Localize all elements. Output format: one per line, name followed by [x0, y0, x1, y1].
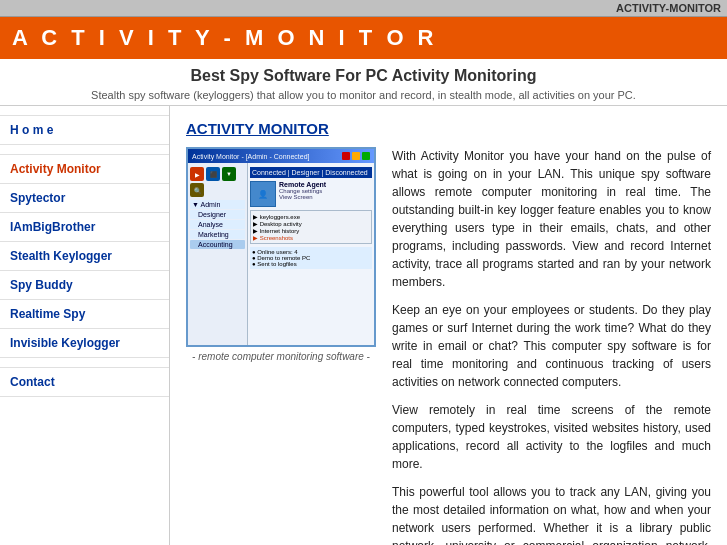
ss-min-icon: [352, 152, 360, 160]
ss-tree-4: Marketing: [190, 230, 245, 239]
ss-tree-1: ▼ Admin: [190, 200, 245, 209]
ss-icon-2: ⬛: [206, 167, 220, 181]
ss-log-area: ▶ keyloggers.exe ▶ Desktop activity ▶ In…: [250, 210, 372, 244]
ss-log-3: ▶ Internet history: [253, 227, 369, 234]
screenshot-titlebar: Activity Monitor - [Admin - Connected]: [188, 149, 374, 163]
ss-icon-4: 🔍: [190, 183, 204, 197]
subtitle-sub: Stealth spy software (keyloggers) that a…: [4, 89, 723, 101]
sidebar-item-realtime-spy[interactable]: Realtime Spy: [0, 300, 169, 329]
desc-paragraph-2: Keep an eye on your employees or student…: [392, 301, 711, 391]
top-bar-label: ACTIVITY-MONITOR: [616, 2, 721, 14]
ss-agent-icon: 👤: [250, 181, 276, 207]
layout: H o m eActivity MonitorSpytectorIAmBigBr…: [0, 106, 727, 545]
sidebar: H o m eActivity MonitorSpytectorIAmBigBr…: [0, 106, 170, 545]
ss-icon-1: ▶: [190, 167, 204, 181]
sidebar-item-home[interactable]: H o m e: [0, 116, 169, 145]
ss-tree-2: Designer: [190, 210, 245, 219]
ss-log-2: ▶ Desktop activity: [253, 220, 369, 227]
sidebar-item-iambigbrother[interactable]: IAmBigBrother: [0, 213, 169, 242]
ss-max-icon: [362, 152, 370, 160]
subtitle-main: Best Spy Software For PC Activity Monito…: [4, 67, 723, 85]
screenshot-box: Activity Monitor - [Admin - Connected] ▶…: [186, 147, 376, 347]
screenshot-container: Activity Monitor - [Admin - Connected] ▶…: [186, 147, 376, 545]
screenshot-left-panel: ▶ ⬛ ▼ 🔍 ▼ Admin Designer Analyse Marketi…: [188, 163, 248, 345]
desc-paragraph-1: With Activity Monitor you have your hand…: [392, 147, 711, 291]
ss-panel-header: Connected | Designer | Disconnected: [250, 167, 372, 178]
screenshot-right-panel: Connected | Designer | Disconnected 👤 Re…: [248, 163, 374, 345]
sidebar-item-contact[interactable]: Contact: [0, 368, 169, 397]
top-bar: ACTIVITY-MONITOR: [0, 0, 727, 17]
ss-tree-3: Analyse: [190, 220, 245, 229]
product-area: Activity Monitor - [Admin - Connected] ▶…: [186, 147, 711, 545]
ss-status-3: ● Sent to logfiles: [252, 261, 370, 267]
ss-icon-3: ▼: [222, 167, 236, 181]
sidebar-item-stealth-keylogger[interactable]: Stealth Keylogger: [0, 242, 169, 271]
ss-close-icon: [342, 152, 350, 160]
header-title: A C T I V I T Y - M O N I T O R: [12, 25, 438, 50]
ss-tree-5: Accounting: [190, 240, 245, 249]
desc-paragraph-3: View remotely in real time screens of th…: [392, 401, 711, 473]
ss-agent-name: Remote Agent: [279, 181, 372, 188]
product-title: ACTIVITY MONITOR: [186, 120, 711, 137]
sidebar-item-invisible-keylogger[interactable]: Invisible Keylogger: [0, 329, 169, 358]
subtitle-bar: Best Spy Software For PC Activity Monito…: [0, 59, 727, 106]
ss-agent-info: Remote Agent Change settings View Screen: [279, 181, 372, 207]
desc-area: With Activity Monitor you have your hand…: [392, 147, 711, 545]
ss-log-1: ▶ keyloggers.exe: [253, 213, 369, 220]
ss-log-4: ▶ Screenshots: [253, 234, 369, 241]
screenshot-body: ▶ ⬛ ▼ 🔍 ▼ Admin Designer Analyse Marketi…: [188, 163, 374, 345]
ss-agent-detail2: View Screen: [279, 194, 372, 200]
sidebar-item-spy-buddy[interactable]: Spy Buddy: [0, 271, 169, 300]
ss-agent-row: 👤 Remote Agent Change settings View Scre…: [250, 181, 372, 207]
ss-status-area: ● Online users: 4 ● Demo to remote PC ● …: [250, 247, 372, 269]
header: A C T I V I T Y - M O N I T O R: [0, 17, 727, 59]
screenshot-caption: - remote computer monitoring software -: [186, 351, 376, 362]
sidebar-item-spytector[interactable]: Spytector: [0, 184, 169, 213]
screenshot-toolbar: ▶ ⬛ ▼ 🔍: [190, 167, 245, 197]
sidebar-item-activity-monitor[interactable]: Activity Monitor: [0, 155, 169, 184]
main-content: ACTIVITY MONITOR Activity Monitor - [Adm…: [170, 106, 727, 545]
desc-paragraph-4: This powerful tool allows you to track a…: [392, 483, 711, 545]
